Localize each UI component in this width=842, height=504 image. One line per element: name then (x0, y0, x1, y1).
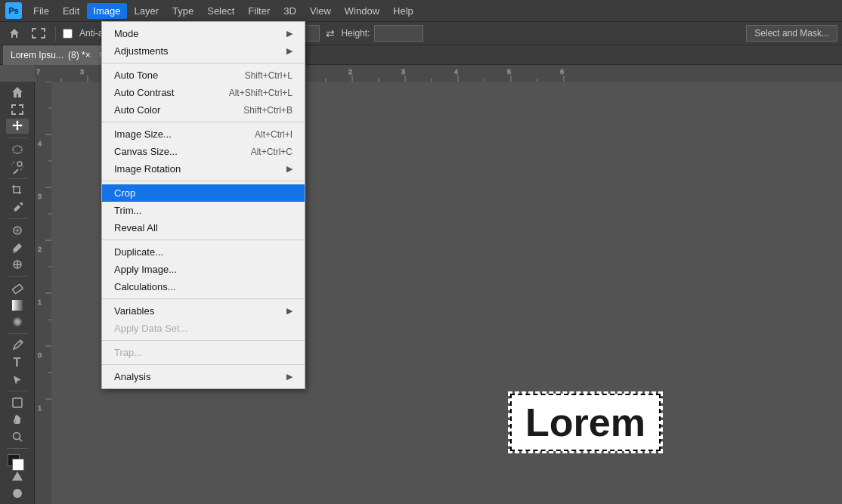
svg-text:7: 7 (36, 68, 40, 76)
sep-5 (102, 298, 305, 299)
svg-text:3: 3 (80, 68, 84, 76)
rotation-arrow-icon: ▶ (286, 164, 293, 174)
height-input[interactable] (374, 25, 423, 42)
menu-filter[interactable]: Filter (242, 3, 276, 19)
eyedropper-tool[interactable] (6, 199, 29, 215)
zoom-tool[interactable] (6, 429, 29, 444)
clone-tool[interactable] (6, 257, 29, 272)
menu-mode[interactable]: Mode ▶ (102, 25, 305, 42)
mode-arrow-icon: ▶ (286, 29, 293, 39)
svg-marker-51 (12, 472, 23, 481)
svg-text:2: 2 (38, 246, 42, 253)
toolbar-separator-5 (7, 333, 28, 334)
type-tool[interactable]: T (6, 355, 29, 370)
link-icon: ⇄ (326, 27, 335, 39)
ps-logo: Ps (5, 2, 22, 19)
image-dropdown-menu: Mode ▶ Adjustments ▶ Auto Tone Shift+Ctr… (101, 21, 305, 389)
canvas-lorem-text: Lorem (525, 400, 645, 444)
svg-point-42 (13, 250, 15, 252)
crop-tool[interactable] (6, 183, 29, 198)
menu-apply-image[interactable]: Apply Image... (102, 261, 305, 278)
shape-tool[interactable] (6, 395, 29, 410)
menu-image[interactable]: Image (87, 3, 126, 19)
home-tool[interactable] (6, 85, 29, 100)
svg-point-46 (16, 320, 19, 323)
menu-variables[interactable]: Variables ▶ (102, 302, 305, 320)
menu-window[interactable]: Window (339, 3, 385, 19)
magic-wand-tool[interactable] (6, 159, 29, 174)
menu-layer[interactable]: Layer (128, 3, 166, 19)
select-mask-button[interactable]: Select and Mask... (746, 25, 837, 42)
tab-lorem[interactable]: Lorem Ipsu... (8) *× ✕ (3, 45, 113, 65)
menu-calculations[interactable]: Calculations... (102, 278, 305, 295)
eraser-tool[interactable] (6, 280, 29, 295)
marquee-tool[interactable] (6, 101, 29, 116)
blur-tool[interactable] (6, 314, 29, 329)
menu-apply-data-set: Apply Data Set... (102, 320, 305, 337)
brush-tool[interactable] (6, 240, 29, 255)
sep-4 (102, 240, 305, 240)
svg-point-32 (13, 146, 22, 153)
svg-line-50 (19, 438, 22, 441)
ps-logo-icon: Ps (5, 2, 23, 20)
menu-view[interactable]: View (304, 3, 337, 19)
menu-help[interactable]: Help (387, 3, 419, 19)
separator-1 (55, 26, 56, 41)
hand-tool[interactable] (6, 413, 29, 428)
svg-point-52 (13, 489, 22, 498)
sep-2 (102, 122, 305, 122)
menu-crop[interactable]: Crop (102, 184, 305, 202)
svg-rect-33 (12, 169, 18, 174)
circle-tool[interactable] (6, 486, 29, 501)
menu-file[interactable]: File (27, 3, 55, 19)
height-label: Height: (341, 28, 370, 39)
svg-rect-44 (12, 284, 23, 294)
tab-label: Lorem Ipsu... (11, 50, 63, 60)
menu-duplicate[interactable]: Duplicate... (102, 243, 305, 261)
svg-point-34 (17, 162, 22, 166)
color-swatch[interactable] (6, 453, 29, 467)
sep-7 (102, 364, 305, 365)
menu-3d[interactable]: 3D (277, 3, 302, 19)
toolbar-separator-7 (7, 448, 28, 449)
menu-trim[interactable]: Trim... (102, 202, 305, 219)
menu-analysis[interactable]: Analysis ▶ (102, 368, 305, 385)
menu-image-size[interactable]: Image Size... Alt+Ctrl+I (102, 125, 305, 143)
menu-image-rotation[interactable]: Image Rotation ▶ (102, 160, 305, 178)
menu-auto-color[interactable]: Auto Color Shift+Ctrl+B (102, 101, 305, 119)
menu-edit[interactable]: Edit (57, 3, 85, 19)
menu-trap: Trap... (102, 344, 305, 361)
sep-3 (102, 181, 305, 181)
menu-type[interactable]: Type (166, 3, 200, 19)
sep-6 (102, 340, 305, 341)
tab-suffix: (8) *× (68, 50, 91, 60)
menu-auto-tone[interactable]: Auto Tone Shift+Ctrl+L (102, 66, 305, 84)
pen-tool[interactable] (6, 338, 29, 353)
lasso-tool[interactable] (6, 142, 29, 157)
marquee-tool-btn[interactable] (29, 23, 48, 43)
menu-canvas-size[interactable]: Canvas Size... Alt+Ctrl+C (102, 143, 305, 160)
menu-select[interactable]: Select (201, 3, 240, 19)
move-tool[interactable] (6, 119, 29, 134)
svg-point-47 (20, 342, 21, 343)
home-tool-btn[interactable] (5, 23, 24, 43)
svg-text:5: 5 (507, 68, 511, 76)
ruler-vertical: 5 4 3 2 1 (35, 82, 51, 504)
variables-arrow-icon: ▶ (286, 306, 293, 316)
svg-text:4: 4 (38, 140, 42, 147)
menu-adjustments[interactable]: Adjustments ▶ (102, 42, 305, 60)
gradient-tool[interactable] (6, 298, 29, 313)
svg-text:3: 3 (38, 193, 42, 200)
anti-alias-checkbox[interactable] (63, 29, 73, 39)
svg-rect-48 (13, 398, 22, 407)
left-toolbar: T (0, 82, 35, 504)
toolbar-separator-6 (7, 391, 28, 391)
menu-auto-contrast[interactable]: Auto Contrast Alt+Shift+Ctrl+L (102, 84, 305, 101)
healing-tool[interactable] (6, 223, 29, 238)
path-selection-tool[interactable] (6, 372, 29, 387)
svg-rect-45 (12, 300, 23, 311)
triangle-tool[interactable] (6, 468, 29, 484)
adjustments-arrow-icon: ▶ (286, 46, 293, 56)
svg-text:1: 1 (38, 404, 42, 412)
menu-reveal-all[interactable]: Reveal All (102, 219, 305, 237)
